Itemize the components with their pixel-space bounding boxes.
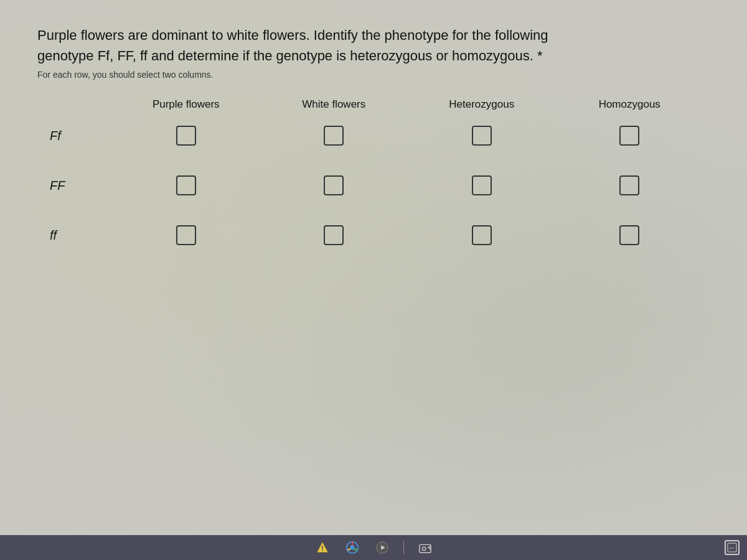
svg-line-6	[354, 549, 357, 551]
cell-Ff-purple	[112, 126, 260, 146]
launcher-icon[interactable]	[314, 539, 331, 556]
table-row: Ff	[50, 117, 703, 154]
checkbox-ff-white-flowers[interactable]	[324, 225, 344, 245]
checkbox-Ff-purple-flowers[interactable]	[176, 126, 196, 146]
taskbar: ↩	[0, 535, 747, 560]
table-data-rows: Ff FF	[50, 117, 703, 254]
svg-point-12	[422, 547, 426, 551]
media-play-icon[interactable]	[374, 539, 391, 556]
checkbox-Ff-heterozygous[interactable]	[472, 126, 492, 146]
row-label-FF: FF	[50, 179, 112, 193]
row-cells-ff	[112, 225, 703, 245]
cell-Ff-white	[260, 126, 408, 146]
cell-ff-white	[260, 225, 408, 245]
camera-icon[interactable]	[416, 539, 434, 556]
col-header-heterozygous: Heterozygous	[408, 98, 556, 111]
col-header-white-flowers: White flowers	[260, 98, 408, 111]
checkbox-FF-purple-flowers[interactable]	[176, 175, 196, 195]
checkbox-ff-homozygous[interactable]	[619, 225, 639, 245]
cell-FF-homo	[556, 175, 704, 195]
table-row: ff	[50, 217, 703, 254]
row-label-ff: ff	[50, 228, 112, 243]
cell-ff-purple	[112, 225, 260, 245]
checkbox-FF-white-flowers[interactable]	[324, 175, 344, 195]
col-header-homozygous: Homozygous	[556, 98, 704, 111]
checkbox-FF-homozygous[interactable]	[619, 175, 639, 195]
svg-text:↩: ↩	[730, 545, 735, 551]
cell-ff-hetero	[408, 225, 556, 245]
row-cells-Ff	[112, 126, 703, 146]
checkbox-Ff-white-flowers[interactable]	[324, 126, 344, 146]
table-area: Purple flowers White flowers Heterozygou…	[50, 98, 703, 254]
table-row: FF	[50, 167, 703, 204]
col-header-purple-flowers: Purple flowers	[112, 98, 260, 111]
svg-point-2	[322, 550, 323, 551]
cell-FF-purple	[112, 175, 260, 195]
cell-Ff-hetero	[408, 126, 556, 146]
sub-instruction: For each row, you should select two colu…	[37, 70, 710, 80]
cell-ff-homo	[556, 225, 704, 245]
corner-badge: ↩	[725, 540, 740, 555]
checkbox-ff-heterozygous[interactable]	[472, 225, 492, 245]
browser-icon[interactable]	[344, 539, 361, 556]
column-headers: Purple flowers White flowers Heterozygou…	[112, 98, 703, 111]
row-cells-FF	[112, 175, 703, 195]
cell-FF-white	[260, 175, 408, 195]
taskbar-divider	[403, 541, 404, 554]
checkbox-Ff-homozygous[interactable]	[619, 126, 639, 146]
row-label-Ff: Ff	[50, 129, 112, 143]
svg-marker-11	[427, 544, 431, 550]
svg-line-7	[347, 549, 350, 551]
checkbox-ff-purple-flowers[interactable]	[176, 225, 196, 245]
cell-FF-hetero	[408, 175, 556, 195]
question-text: Purple flowers are dominant to white flo…	[37, 25, 598, 66]
main-screen: Purple flowers are dominant to white flo…	[0, 0, 747, 535]
table-header-row: Purple flowers White flowers Heterozygou…	[50, 98, 703, 111]
cell-Ff-homo	[556, 126, 704, 146]
checkbox-FF-heterozygous[interactable]	[472, 175, 492, 195]
